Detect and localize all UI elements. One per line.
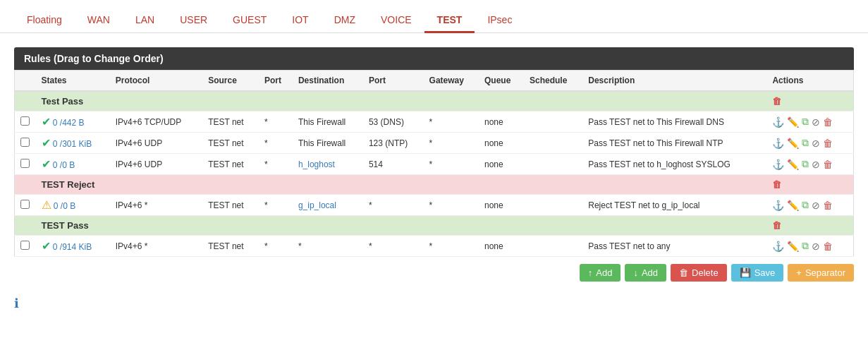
row2-description: Pass TEST net to This Firewall NTP [582, 133, 766, 154]
separator-pass2-delete-icon[interactable]: 🗑 [772, 220, 781, 231]
row2-protocol: IPv4+6 UDP [110, 133, 202, 154]
row2-edit-icon[interactable]: ✏️ [787, 138, 799, 149]
row2-destination: This Firewall [293, 133, 363, 154]
row3-anchor-icon[interactable]: ⚓ [772, 159, 784, 170]
row4-actions: ⚓ ✏️ ⧉ ⊘ 🗑 [772, 199, 848, 211]
row3-destination[interactable]: h_loghost [298, 159, 335, 169]
table-header-row: States Protocol Source Port Destination … [15, 71, 854, 92]
row2-block-icon[interactable]: ⊘ [812, 138, 820, 149]
row1-delete-icon[interactable]: 🗑 [823, 116, 833, 128]
tab-iot[interactable]: IOT [279, 7, 321, 32]
add-down-button[interactable]: ↓ Add [625, 264, 666, 282]
row4-gateway: * [424, 195, 479, 216]
row3-edit-icon[interactable]: ✏️ [787, 159, 799, 170]
row4-states[interactable]: 0 /0 B [54, 201, 75, 211]
delete-button[interactable]: 🗑 Delete [671, 264, 727, 282]
row2-schedule [524, 133, 582, 154]
row4-port2: * [363, 195, 424, 216]
table-row: ✔ 0 /442 B IPv4+6 TCP/UDP TEST net * Thi… [15, 111, 854, 133]
row4-edit-icon[interactable]: ✏️ [787, 200, 799, 211]
tab-test[interactable]: TEST [424, 7, 475, 32]
action-button-row: ↑ Add ↓ Add 🗑 Delete 💾 Save + Separator [14, 257, 854, 289]
row3-block-icon[interactable]: ⊘ [812, 159, 820, 170]
row4-checkbox[interactable] [20, 200, 30, 209]
tab-user[interactable]: USER [167, 7, 220, 32]
save-button[interactable]: 💾 Save [731, 264, 784, 282]
tab-bar: Floating WAN LAN USER GUEST IOT DMZ VOIC… [0, 0, 868, 33]
col-description: Description [582, 71, 766, 92]
row5-actions: ⚓ ✏️ ⧉ ⊘ 🗑 [772, 240, 848, 252]
row3-copy-icon[interactable]: ⧉ [802, 158, 809, 170]
row2-port1: * [259, 133, 293, 154]
delete-icon: 🗑 [679, 267, 688, 278]
row3-checkbox[interactable] [20, 159, 30, 168]
col-port2: Port [363, 71, 424, 92]
row5-states[interactable]: 0 /914 KiB [53, 242, 92, 252]
row1-edit-icon[interactable]: ✏️ [787, 116, 799, 128]
tab-voice[interactable]: VOICE [368, 7, 424, 32]
row4-destination[interactable]: g_ip_local [298, 200, 336, 210]
row1-description: Pass TEST net to This Firewall DNS [582, 111, 766, 133]
row4-delete-icon[interactable]: 🗑 [823, 200, 833, 211]
add-up-button[interactable]: ↑ Add [580, 264, 621, 282]
row1-anchor-icon[interactable]: ⚓ [772, 116, 784, 128]
row2-copy-icon[interactable]: ⧉ [802, 137, 809, 149]
row4-copy-icon[interactable]: ⧉ [802, 199, 809, 211]
row5-block-icon[interactable]: ⊘ [812, 241, 820, 252]
row4-queue: none [479, 195, 524, 216]
col-destination: Destination [293, 71, 363, 92]
row1-queue: none [479, 111, 524, 133]
row3-queue: none [479, 154, 524, 175]
row2-states[interactable]: 0 /301 KiB [53, 139, 92, 149]
table-row: ✔ 0 /914 KiB IPv4+6 * TEST net * * * * n… [15, 236, 854, 257]
rules-section-header: Rules (Drag to Change Order) [14, 47, 854, 70]
tab-dmz[interactable]: DMZ [322, 7, 368, 32]
row1-block-icon[interactable]: ⊘ [812, 116, 820, 128]
row5-anchor-icon[interactable]: ⚓ [772, 241, 784, 252]
row3-schedule [524, 154, 582, 175]
row3-delete-icon[interactable]: 🗑 [823, 159, 833, 170]
separator-button[interactable]: + Separator [788, 264, 854, 282]
row5-checkbox[interactable] [20, 241, 30, 250]
row4-schedule [524, 195, 582, 216]
row3-states[interactable]: 0 /0 B [53, 160, 75, 170]
table-row: ✔ 0 /0 B IPv4+6 UDP TEST net * h_loghost… [15, 154, 854, 175]
row5-destination: * [293, 236, 363, 257]
separator-label-2: TEST Pass [36, 216, 767, 236]
tab-floating[interactable]: Floating [14, 7, 75, 32]
row2-checkbox[interactable] [20, 138, 30, 147]
separator-test-reject: TEST Reject 🗑 [15, 175, 854, 195]
separator-reject-delete-icon[interactable]: 🗑 [772, 179, 781, 190]
row1-states[interactable]: 0 /442 B [53, 118, 85, 128]
col-actions: Actions [766, 71, 853, 92]
row4-protocol: IPv4+6 * [110, 195, 202, 216]
info-icon[interactable]: ℹ [14, 296, 19, 311]
row3-source: TEST net [202, 154, 259, 175]
tab-guest[interactable]: GUEST [220, 7, 279, 32]
tabs-container: Floating WAN LAN USER GUEST IOT DMZ VOIC… [0, 0, 868, 33]
row3-description: Pass TEST net to h_loghost SYSLOG [582, 154, 766, 175]
row4-anchor-icon[interactable]: ⚓ [772, 200, 784, 211]
table-row: ⚠ 0 /0 B IPv4+6 * TEST net * g_ip_local … [15, 195, 854, 216]
row4-block-icon[interactable]: ⊘ [812, 200, 820, 211]
col-source: Source [202, 71, 259, 92]
tab-wan[interactable]: WAN [75, 7, 123, 32]
row1-source: TEST net [202, 111, 259, 133]
separator-delete-icon-1[interactable]: 🗑 [772, 96, 781, 107]
separator-plus-icon: + [796, 267, 802, 278]
row5-source: TEST net [202, 236, 259, 257]
row1-checkbox[interactable] [20, 116, 30, 126]
row3-port1: * [259, 154, 293, 175]
row2-status-icon: ✔ [42, 137, 51, 149]
row2-queue: none [479, 133, 524, 154]
row5-delete-icon[interactable]: 🗑 [823, 241, 833, 252]
row5-edit-icon[interactable]: ✏️ [787, 241, 799, 252]
row5-copy-icon[interactable]: ⧉ [802, 240, 809, 252]
row5-description: Pass TEST net to any [582, 236, 766, 257]
row2-gateway: * [424, 133, 479, 154]
tab-ipsec[interactable]: IPsec [475, 7, 525, 32]
row2-anchor-icon[interactable]: ⚓ [772, 138, 784, 149]
tab-lan[interactable]: LAN [123, 7, 167, 32]
row1-copy-icon[interactable]: ⧉ [802, 116, 809, 128]
row2-delete-icon[interactable]: 🗑 [823, 138, 833, 149]
